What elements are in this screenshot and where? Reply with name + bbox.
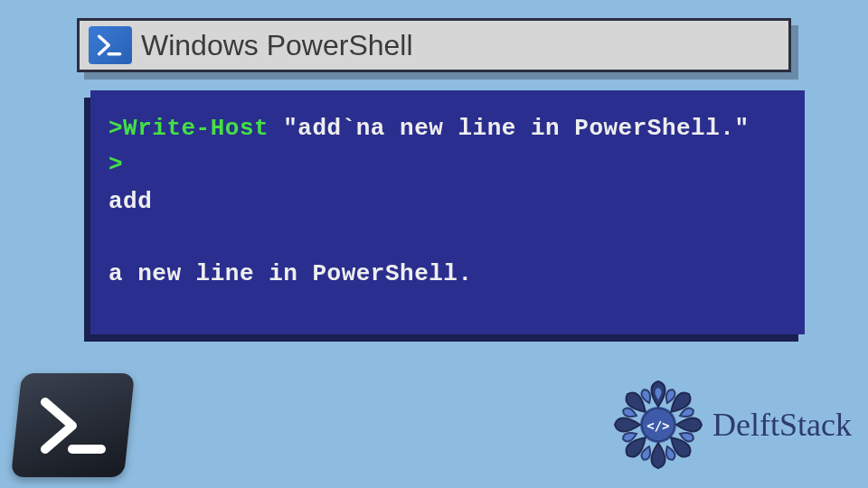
terminal-output-line: add bbox=[108, 183, 787, 220]
delftstack-logo-icon: </> bbox=[613, 380, 703, 470]
delftstack-branding: </> DelftStack bbox=[613, 380, 852, 470]
command-text: Write-Host bbox=[123, 115, 269, 142]
prompt-symbol: > bbox=[108, 151, 123, 178]
terminal-line-prompt: > bbox=[108, 146, 787, 183]
terminal-output-blank bbox=[108, 220, 787, 256]
prompt-symbol: > bbox=[108, 115, 123, 142]
powershell-icon bbox=[89, 26, 132, 64]
svg-text:</>: </> bbox=[646, 418, 669, 433]
powershell-logo-icon bbox=[11, 373, 135, 477]
terminal[interactable]: >Write-Host "add`na new line in PowerShe… bbox=[90, 90, 805, 334]
delftstack-label: DelftStack bbox=[712, 406, 852, 444]
titlebar: Windows PowerShell bbox=[77, 18, 791, 72]
terminal-line-command: >Write-Host "add`na new line in PowerShe… bbox=[108, 110, 787, 146]
terminal-output-line: a new line in PowerShell. bbox=[108, 256, 787, 292]
window-title: Windows PowerShell bbox=[141, 29, 413, 62]
command-argument: "add`na new line in PowerShell." bbox=[269, 115, 749, 142]
powershell-window: Windows PowerShell bbox=[77, 18, 791, 72]
